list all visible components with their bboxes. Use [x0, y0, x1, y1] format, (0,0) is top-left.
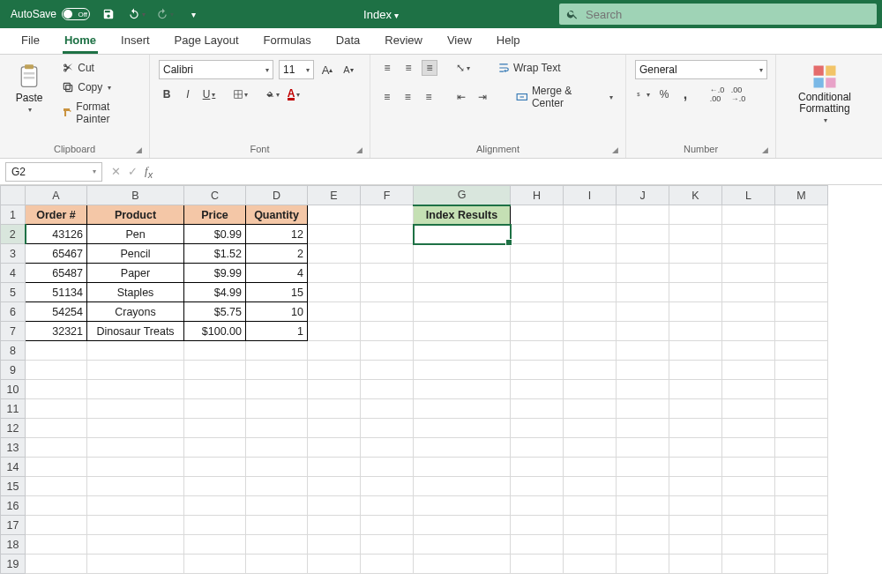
cell-B7[interactable]: Dinosaur Treats [87, 322, 184, 341]
row-header-15[interactable]: 15 [1, 477, 26, 496]
cell-C17[interactable] [184, 516, 246, 535]
cell-E16[interactable] [308, 496, 361, 516]
row-header-1[interactable]: 1 [1, 205, 26, 225]
conditional-formatting-button[interactable]: Conditional Formatting▾ [785, 60, 864, 128]
cell-B4[interactable]: Paper [87, 264, 184, 283]
cell-J7[interactable] [617, 322, 669, 341]
decrease-indent-icon[interactable]: ⇤ [454, 89, 470, 105]
cell-F12[interactable] [361, 419, 414, 438]
column-header-I[interactable]: I [564, 186, 617, 205]
row-header-11[interactable]: 11 [1, 399, 26, 419]
cell-D5[interactable]: 15 [246, 283, 308, 302]
tab-home[interactable]: Home [54, 28, 107, 54]
tab-data[interactable]: Data [325, 28, 370, 54]
cell-A8[interactable] [26, 341, 87, 361]
cell-C3[interactable]: $1.52 [184, 244, 246, 264]
cell-A10[interactable] [26, 380, 87, 399]
row-header-6[interactable]: 6 [1, 302, 26, 322]
cell-H1[interactable] [511, 205, 564, 225]
cell-I10[interactable] [564, 380, 617, 399]
cell-M11[interactable] [775, 399, 828, 419]
cell-K9[interactable] [669, 361, 722, 380]
cell-K12[interactable] [669, 419, 722, 438]
cell-M18[interactable] [775, 535, 828, 555]
cell-E7[interactable] [308, 322, 361, 341]
cell-H5[interactable] [511, 283, 564, 302]
cell-F18[interactable] [361, 535, 414, 555]
cell-C5[interactable]: $4.99 [184, 283, 246, 302]
cell-D10[interactable] [246, 380, 308, 399]
cell-J15[interactable] [617, 477, 669, 496]
cell-G6[interactable] [414, 302, 511, 322]
cell-I12[interactable] [564, 419, 617, 438]
cell-H11[interactable] [511, 399, 564, 419]
cell-A3[interactable]: 65467 [26, 244, 87, 264]
cell-B15[interactable] [87, 477, 184, 496]
cell-K8[interactable] [669, 341, 722, 361]
row-header-9[interactable]: 9 [1, 361, 26, 380]
cell-B12[interactable] [87, 419, 184, 438]
cell-A17[interactable] [26, 516, 87, 535]
cell-G3[interactable] [414, 244, 511, 264]
cell-D12[interactable] [246, 419, 308, 438]
cell-J16[interactable] [617, 496, 669, 516]
row-header-5[interactable]: 5 [1, 283, 26, 302]
cell-B3[interactable]: Pencil [87, 244, 184, 264]
cell-K17[interactable] [669, 516, 722, 535]
row-header-12[interactable]: 12 [1, 419, 26, 438]
cell-A15[interactable] [26, 477, 87, 496]
cell-A6[interactable]: 54254 [26, 302, 87, 322]
cell-L17[interactable] [722, 516, 775, 535]
cell-K18[interactable] [669, 535, 722, 555]
cell-F16[interactable] [361, 496, 414, 516]
cell-J4[interactable] [617, 264, 669, 283]
cell-M19[interactable] [775, 555, 828, 574]
cell-J17[interactable] [617, 516, 669, 535]
orientation-icon[interactable]: ⤡▾ [455, 60, 471, 76]
wrap-text-button[interactable]: Wrap Text [494, 60, 564, 76]
cell-H2[interactable] [511, 225, 564, 244]
cell-C10[interactable] [184, 380, 246, 399]
cell-E3[interactable] [308, 244, 361, 264]
cell-F9[interactable] [361, 361, 414, 380]
cell-A11[interactable] [26, 399, 87, 419]
cell-J9[interactable] [617, 361, 669, 380]
cell-E9[interactable] [308, 361, 361, 380]
cell-C7[interactable]: $100.00 [184, 322, 246, 341]
column-header-C[interactable]: C [184, 186, 246, 205]
cell-C14[interactable] [184, 458, 246, 477]
cell-M5[interactable] [775, 283, 828, 302]
cell-L8[interactable] [722, 341, 775, 361]
cell-B16[interactable] [87, 496, 184, 516]
cell-E4[interactable] [308, 264, 361, 283]
tab-view[interactable]: View [437, 28, 482, 54]
cell-B19[interactable] [87, 555, 184, 574]
number-launcher-icon[interactable]: ◢ [762, 145, 768, 154]
cell-G8[interactable] [414, 341, 511, 361]
cell-I8[interactable] [564, 341, 617, 361]
cell-L15[interactable] [722, 477, 775, 496]
cell-F2[interactable] [361, 225, 414, 244]
cell-I3[interactable] [564, 244, 617, 264]
underline-button[interactable]: U▾ [201, 86, 217, 102]
align-left-icon[interactable]: ≡ [379, 89, 395, 105]
cell-J10[interactable] [617, 380, 669, 399]
cell-G18[interactable] [414, 535, 511, 555]
cell-E15[interactable] [308, 477, 361, 496]
cell-L5[interactable] [722, 283, 775, 302]
cell-C6[interactable]: $5.75 [184, 302, 246, 322]
cell-B10[interactable] [87, 380, 184, 399]
paste-button[interactable]: Paste▾ [9, 60, 49, 117]
cell-G16[interactable] [414, 496, 511, 516]
cell-A5[interactable]: 51134 [26, 283, 87, 302]
row-header-4[interactable]: 4 [1, 264, 26, 283]
cell-H8[interactable] [511, 341, 564, 361]
cell-L3[interactable] [722, 244, 775, 264]
column-header-G[interactable]: G [414, 186, 511, 205]
cell-E10[interactable] [308, 380, 361, 399]
cell-J11[interactable] [617, 399, 669, 419]
cell-M8[interactable] [775, 341, 828, 361]
cell-L9[interactable] [722, 361, 775, 380]
cell-A18[interactable] [26, 535, 87, 555]
cell-G17[interactable] [414, 516, 511, 535]
